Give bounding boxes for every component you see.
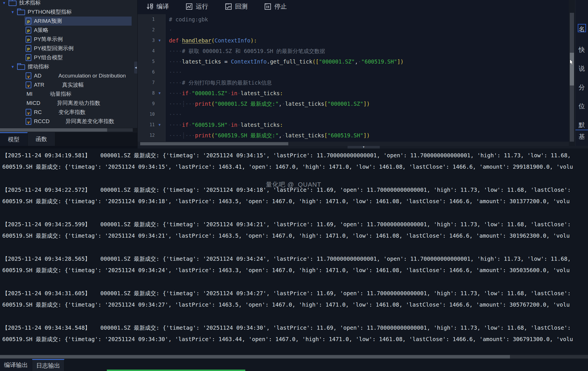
line-number: 7 (138, 78, 155, 88)
status-progress-bar (107, 370, 245, 371)
code-editor[interactable]: 1# coding:gbk2·3▼def·handlebar(ContextIn… (138, 13, 569, 142)
line-number: 12 (138, 130, 155, 141)
log-line: 600519.SH 最新成交: {'timetag': '20251124 09… (2, 299, 588, 311)
scrollbar-thumb[interactable] (570, 53, 574, 85)
fold-slot (155, 25, 164, 35)
log-horizontal-scrollbar[interactable] (0, 354, 588, 359)
code-text: ····latest_ticks = ContextInfo.get_full_… (166, 56, 404, 67)
code-line[interactable]: 7····# 分别打印每只股票的最新tick信息 (138, 78, 569, 88)
v-file-icon: v (26, 81, 31, 88)
code-line[interactable]: 8▼····if·"000001.SZ"·in·latest_ticks: (138, 88, 569, 99)
tree-item[interactable]: ▼摆动指标 (0, 62, 137, 71)
python-file-icon: P (26, 36, 31, 43)
log-output-area[interactable]: 【2025-11-24 09:34:19.581】 000001.SZ 最新成交… (0, 148, 588, 354)
line-number: 8 (138, 88, 155, 99)
code-line[interactable]: 2· (138, 25, 569, 35)
tree-item[interactable]: PARIMA预测 (0, 17, 137, 26)
side-rail-tab[interactable]: 位 (575, 102, 588, 111)
code-line[interactable]: 1# coding:gbk (138, 14, 569, 25)
horizontal-splitter[interactable]: ▼ (138, 146, 588, 148)
fold-icon[interactable]: ▼ (155, 35, 164, 46)
code-text: # coding:gbk (166, 14, 208, 25)
expander-icon[interactable]: ▼ (11, 65, 17, 69)
panel-collapse-handle[interactable]: ◀ (134, 62, 137, 74)
fold-slot (155, 99, 164, 109)
log-line: 【2025-11-24 09:34:28.565】 000001.SZ 最新成交… (2, 253, 588, 265)
side-rail-tab[interactable]: 默 (575, 121, 588, 129)
code-line[interactable]: 4····# 获取 000001.SZ 和 600519.SH 的最新分笔成交数… (138, 46, 569, 56)
code-line[interactable]: 12····┊···print("600519.SH 最新成交:",·lates… (138, 130, 569, 141)
scrollbar-track[interactable] (107, 128, 133, 132)
tree-item-label: AD (34, 73, 41, 79)
scrollbar-thumb[interactable] (0, 128, 107, 132)
code-line[interactable]: 3▼def·handlebar(ContextInfo): (138, 35, 569, 46)
compile-button[interactable]: 编译 (146, 2, 169, 11)
code-text: ···· (166, 109, 182, 120)
code-line[interactable]: 10···· (138, 109, 569, 120)
tab-function[interactable]: 函数 (28, 132, 55, 146)
gutter: 6 (138, 67, 166, 78)
tree-item[interactable]: MI动量指标 (0, 89, 137, 99)
stop-icon (264, 3, 271, 10)
tree-item[interactable]: PA策略 (0, 26, 137, 35)
expander-icon[interactable]: ▼ (2, 1, 9, 5)
tree-horizontal-scrollbar[interactable] (0, 128, 137, 132)
tab-compile-output[interactable]: 编译输出 (0, 359, 32, 371)
tree-item-label: ARIMA预测 (34, 17, 62, 25)
right-side-rail: 名快说分位默 基 (575, 0, 588, 146)
code-line[interactable]: 5····latest_ticks = ContextInfo.get_full… (138, 56, 569, 67)
tree-item[interactable]: PPY组合模型 (0, 53, 137, 62)
tree-item-description: 异同离差变化率指数 (66, 118, 114, 125)
tree-item[interactable]: vRC变化率指数 (0, 108, 137, 117)
tree-item[interactable]: PPY简单示例 (0, 35, 137, 44)
line-number: 4 (138, 46, 155, 56)
scrollbar-thumb[interactable] (0, 355, 510, 358)
gutter: 9 (138, 99, 166, 109)
side-rail-active-tab[interactable]: 基 (575, 130, 588, 141)
gutter: 10 (138, 109, 166, 120)
editor-toolbar: 编译运行回测停止 (138, 0, 569, 13)
fold-icon[interactable]: ▼ (155, 88, 164, 99)
side-rail-tab[interactable]: 快 (575, 46, 588, 54)
backtest-icon (225, 3, 232, 10)
tab-log-output[interactable]: 日志输出 (32, 359, 64, 371)
tree-item[interactable]: ▼技术指标 (0, 0, 137, 7)
log-line: 【2025-11-24 09:34:31.605】 000001.SZ 最新成交… (2, 288, 588, 299)
scrollbar-track[interactable] (510, 355, 588, 358)
code-line[interactable]: 9····┊···print("000001.SZ 最新成交:",·latest… (138, 99, 569, 109)
v-file-icon: v (26, 118, 31, 125)
side-rail-tab[interactable]: 分 (575, 83, 588, 92)
toolbar-button-label: 回测 (235, 2, 248, 11)
backtest-button[interactable]: 回测 (225, 2, 248, 11)
tree-item-label: MICD (26, 100, 40, 106)
gutter: 12 (138, 130, 166, 141)
tree-item[interactable]: PPY模型回测示例 (0, 44, 137, 53)
code-line[interactable]: 11▼····if·"600519.SH"·in·latest_ticks: (138, 120, 569, 130)
side-rail-tab[interactable]: 名 (575, 25, 588, 34)
log-entry: 【2025-11-24 09:34:28.565】 000001.SZ 最新成交… (2, 253, 588, 276)
code-line[interactable]: 6···· (138, 67, 569, 78)
tab-model[interactable]: 模型 (0, 132, 28, 146)
run-button[interactable]: 运行 (185, 2, 208, 11)
line-number: 3 (138, 35, 155, 46)
code-editor-panel: 编译运行回测停止 1# coding:gbk2·3▼def·handlebar(… (138, 0, 569, 146)
tree-item[interactable]: vRCCD异同离差变化率指数 (0, 117, 137, 126)
python-file-icon: P (26, 27, 31, 34)
stop-button[interactable]: 停止 (264, 2, 287, 11)
editor-horizontal-scrollbar[interactable] (138, 142, 569, 146)
chevron-down-icon: ▼ (362, 146, 365, 148)
tree-item[interactable]: MICD异同离差动力指数 (0, 99, 137, 108)
editor-vertical-scrollbar[interactable] (569, 0, 575, 146)
code-text: def·handlebar(ContextInfo): (166, 35, 257, 46)
expander-icon[interactable]: ▼ (11, 10, 17, 14)
tree-item[interactable]: ▼PYTHON模型指标 (0, 7, 137, 17)
side-rail-tab[interactable]: 说 (575, 64, 588, 73)
fold-icon[interactable]: ▼ (155, 120, 164, 130)
tree-item[interactable]: vATR真实波幅 (0, 80, 137, 89)
splitter-handle[interactable]: ▼ (348, 146, 380, 148)
scrollbar-thumb[interactable] (140, 142, 288, 145)
log-entry: 【2025-11-24 09:34:34.548】 000001.SZ 最新成交… (2, 322, 588, 345)
log-line: 600519.SH 最新成交: {'timetag': '20251124 09… (2, 230, 588, 242)
tree-item[interactable]: vADAccumulation or Distribution (0, 71, 137, 80)
tree-item-label: PY模型回测示例 (34, 45, 74, 52)
